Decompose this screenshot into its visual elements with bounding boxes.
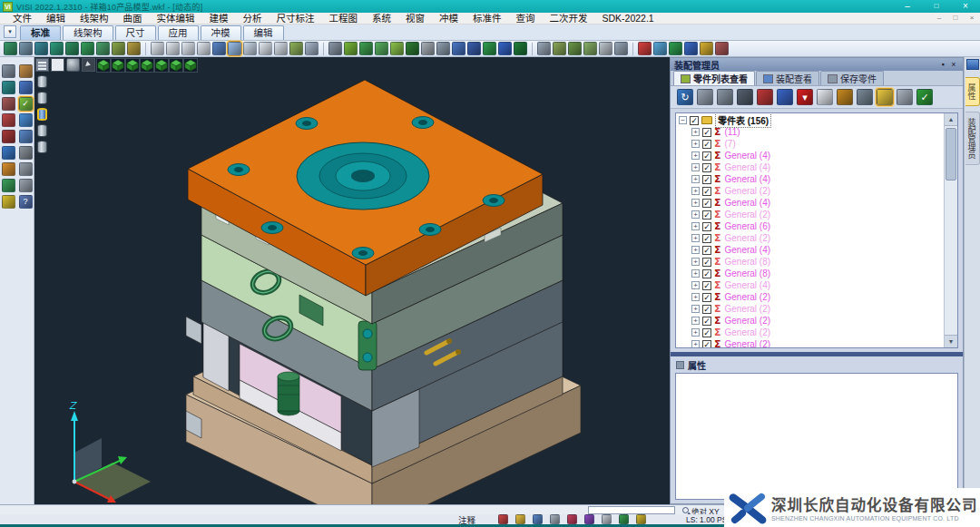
visibility-checkbox[interactable]: ✓ [702, 163, 711, 172]
snap-red-icon[interactable] [567, 514, 577, 524]
break-icon[interactable] [2, 113, 15, 127]
menu-3[interactable]: 线架构 [73, 13, 116, 24]
cup-blue-icon[interactable] [533, 514, 543, 524]
tree-row[interactable]: +✓ΣGeneral (2) [679, 291, 944, 303]
menu-9[interactable]: 工程图 [322, 13, 366, 24]
tree-row[interactable]: +✓ΣGeneral (4) [679, 150, 944, 161]
help-gray-icon[interactable] [550, 514, 560, 524]
tree-label[interactable]: General (8) [725, 257, 771, 267]
expand-icon[interactable]: + [691, 175, 700, 183]
shade-mode-icon[interactable] [127, 42, 141, 55]
tree-label[interactable]: (11) [725, 127, 740, 137]
view-top-icon[interactable] [81, 42, 94, 55]
tree-row[interactable]: +✓ΣGeneral (2) [679, 185, 944, 197]
revolve-icon[interactable] [243, 42, 257, 55]
minimize-button[interactable]: – [893, 0, 922, 13]
folder-yellow-icon[interactable] [2, 195, 15, 209]
sketch-pencil-icon[interactable] [19, 64, 33, 78]
expand-icon[interactable]: + [691, 222, 700, 230]
tree-row[interactable]: +✓ΣGeneral (4) [679, 244, 944, 256]
rotate-green-icon[interactable] [619, 514, 629, 524]
ribbon-tab-编辑[interactable]: 编辑 [243, 25, 284, 40]
palette-icon[interactable] [638, 42, 652, 55]
binoculars-icon[interactable] [737, 89, 753, 105]
edit-pencil-icon[interactable] [19, 81, 33, 94]
menu-14[interactable]: 查询 [509, 13, 543, 24]
materials-icon[interactable] [715, 42, 729, 55]
tree-row[interactable]: +✓ΣGeneral (4) [679, 173, 944, 185]
child-minimize-button[interactable]: – [931, 13, 947, 24]
tree-label[interactable]: General (4) [725, 280, 771, 290]
earth-icon[interactable] [669, 42, 682, 55]
boolean-subtract-icon[interactable] [289, 42, 303, 55]
pie-sphere-icon[interactable] [498, 42, 512, 55]
view-cube-bottom-icon[interactable] [183, 58, 198, 73]
swap-table-icon[interactable] [837, 89, 853, 105]
dock-tab-装配管理员[interactable]: 装配管理员 [965, 112, 980, 165]
properties-box[interactable] [675, 373, 958, 500]
expand-icon[interactable]: + [691, 340, 700, 347]
apply-check-icon[interactable]: ✓ [916, 89, 933, 105]
tree-label[interactable]: General (2) [725, 304, 771, 314]
help-blue-icon[interactable]: ? [19, 195, 33, 209]
tree-row[interactable]: +✓ΣGeneral (2) [679, 209, 944, 220]
select-part-icon[interactable] [757, 89, 773, 105]
expand-icon[interactable]: + [691, 163, 700, 171]
annotation-red-icon[interactable] [498, 514, 508, 524]
visibility-checkbox[interactable]: ✓ [702, 175, 711, 184]
dock-tab-属性[interactable]: 属性 [965, 77, 980, 106]
tree-label[interactable]: General (2) [725, 339, 771, 347]
expand-icon[interactable]: − [679, 116, 687, 124]
boolean-union-icon[interactable] [274, 42, 288, 55]
expand-icon[interactable]: + [691, 258, 700, 266]
cube-gray-icon[interactable] [19, 146, 33, 160]
select-assembly-icon[interactable] [777, 89, 793, 105]
tree-row[interactable]: +✓ΣGeneral (4) [679, 279, 944, 291]
restore-button[interactable]: □ [922, 0, 951, 13]
tool-icon-5[interactable] [390, 42, 404, 55]
visibility-checkbox[interactable]: ✓ [702, 340, 711, 348]
visibility-checkbox[interactable]: ✓ [702, 317, 711, 326]
tree-row[interactable]: +✓ΣGeneral (8) [679, 256, 944, 268]
primitive-capsule-icon[interactable] [197, 42, 211, 55]
view-cube-iso-icon[interactable] [96, 58, 111, 73]
tree-label[interactable]: General (4) [725, 162, 771, 172]
visibility-checkbox[interactable]: ✓ [702, 246, 711, 255]
tree-row[interactable]: +✓ΣGeneral (2) [679, 327, 944, 338]
primitive-cone-icon[interactable] [181, 42, 195, 55]
tree-row[interactable]: +✓ΣGeneral (6) [679, 220, 944, 232]
visibility-checkbox[interactable]: ✓ [702, 210, 711, 220]
white-view-icon[interactable] [51, 58, 64, 72]
scale-icon[interactable] [568, 42, 582, 55]
coordinate-input[interactable] [588, 506, 675, 514]
view-cube-top-icon[interactable] [111, 58, 125, 73]
visibility-checkbox[interactable]: ✓ [702, 234, 711, 243]
tree-label[interactable]: General (2) [725, 210, 771, 220]
sweep-icon[interactable] [259, 42, 272, 55]
frame-icon[interactable] [2, 81, 15, 94]
expand-icon[interactable]: + [691, 128, 700, 136]
layer-cylinder-2-icon[interactable] [37, 92, 47, 104]
tree-label[interactable]: General (8) [725, 268, 771, 278]
magnifier-icon[interactable] [817, 89, 833, 105]
expand-icon[interactable]: + [691, 246, 700, 254]
menu-12[interactable]: 冲模 [432, 13, 466, 24]
view-front-icon[interactable] [96, 42, 110, 55]
expand-icon[interactable]: + [691, 234, 700, 242]
tree-root-row[interactable]: −✓零件表 (156) [679, 114, 944, 126]
zoom-in-icon[interactable] [34, 42, 48, 55]
expand-icon[interactable]: + [691, 305, 700, 313]
ribbon-tab-应用[interactable]: 应用 [158, 25, 199, 40]
tree-label[interactable]: General (2) [725, 327, 771, 337]
menu-15[interactable]: 二次开发 [543, 13, 595, 24]
refresh-icon[interactable] [2, 146, 15, 160]
transform-icon[interactable] [537, 42, 551, 55]
tool-icon-7[interactable] [421, 42, 435, 55]
tree-label[interactable]: General (4) [725, 151, 771, 161]
ribbon-tab-尺寸[interactable]: 尺寸 [115, 25, 156, 40]
tree-row[interactable]: +✓ΣGeneral (4) [679, 161, 944, 173]
primitive-cylinder-icon[interactable] [151, 42, 164, 55]
skeleton-icon[interactable] [614, 42, 628, 55]
extrude-icon[interactable] [228, 42, 241, 55]
tree-row[interactable]: +✓ΣGeneral (2) [679, 303, 944, 315]
